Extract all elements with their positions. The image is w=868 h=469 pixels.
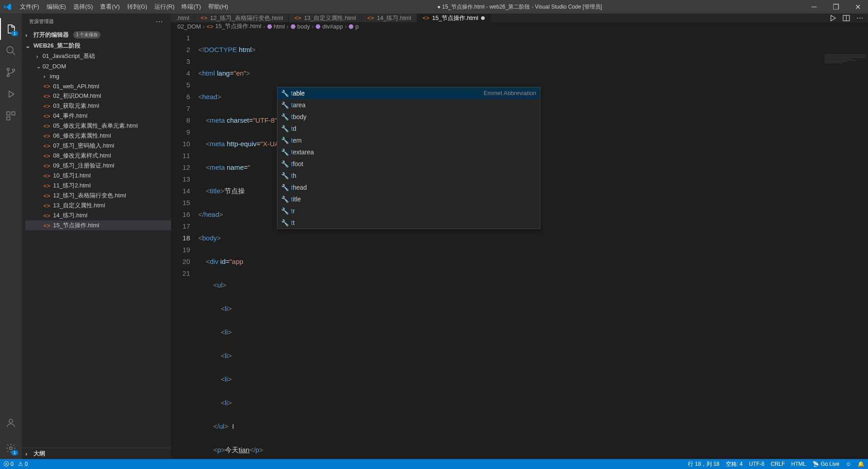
- suggest-item[interactable]: 🔧tfoot: [277, 158, 540, 170]
- file-item[interactable]: <>02_初识DOM.html: [25, 91, 171, 101]
- run-icon[interactable]: [829, 14, 836, 22]
- tab-label: .html: [176, 14, 189, 21]
- file-label: 11_练习2.html: [53, 182, 91, 190]
- html-file-icon: <>: [43, 143, 50, 149]
- editor-tab[interactable]: <>15_节点操作.html: [417, 14, 491, 22]
- breadcrumb-item[interactable]: html: [274, 23, 285, 30]
- file-item[interactable]: <>14_练习.html: [25, 211, 171, 220]
- line-number: 9: [171, 126, 190, 138]
- close-icon[interactable]: ✕: [851, 3, 864, 11]
- debug-icon: [5, 89, 16, 100]
- breadcrumb-item[interactable]: body: [297, 23, 310, 30]
- activity-explorer[interactable]: 1: [0, 18, 22, 40]
- folder-item[interactable]: ⌄02_DOM: [25, 61, 171, 71]
- symbol-icon: ⬣: [348, 23, 353, 30]
- editor-tab[interactable]: <>12_练习_表格隔行变色.html: [195, 14, 289, 22]
- activity-account[interactable]: [0, 412, 22, 434]
- suggest-item[interactable]: 🔧tableEmmet Abbreviation: [277, 87, 540, 99]
- suggest-item[interactable]: 🔧tbody: [277, 111, 540, 123]
- status-errors[interactable]: ⓧ 0: [4, 460, 14, 468]
- suggest-item[interactable]: 🔧th: [277, 170, 540, 182]
- chevron-right-icon: ›: [36, 53, 43, 60]
- suggest-label: tarea: [291, 99, 536, 111]
- suggest-item[interactable]: 🔧tarea: [277, 99, 540, 111]
- file-item[interactable]: <>08_修改元素样式.html: [25, 151, 171, 161]
- modified-dot-icon: [481, 16, 485, 20]
- html-file-icon: <>: [43, 182, 50, 189]
- breadcrumb-item[interactable]: 15_节点操作.html: [215, 22, 262, 30]
- folder-label: img: [50, 73, 59, 80]
- status-warnings[interactable]: ⚠ 0: [18, 461, 28, 467]
- open-editors-label: 打开的编辑器: [33, 31, 69, 39]
- suggest-item[interactable]: 🔧tt: [277, 217, 540, 229]
- activity-scm[interactable]: [0, 62, 22, 83]
- activity-search[interactable]: [0, 40, 22, 62]
- maximize-icon[interactable]: ❐: [829, 3, 843, 11]
- code-editor[interactable]: 123456789101112131415161718192021 <!DOCT…: [171, 30, 868, 469]
- breadcrumb-item[interactable]: 02_DOM: [177, 23, 201, 30]
- suggest-item[interactable]: 🔧tr: [277, 205, 540, 217]
- workspace-section[interactable]: ⌄ WEB26_第二阶段: [22, 40, 171, 51]
- suggest-item[interactable]: 🔧tem: [277, 134, 540, 146]
- breadcrumb-item[interactable]: p: [355, 23, 358, 30]
- suggest-item[interactable]: 🔧textarea: [277, 146, 540, 158]
- file-item[interactable]: <>12_练习_表格隔行变色.html: [25, 191, 171, 201]
- file-item[interactable]: <>01_web_API.html: [25, 81, 171, 91]
- minimap[interactable]: [823, 30, 868, 121]
- unsaved-badge: 1 个未保存: [73, 31, 100, 38]
- file-item[interactable]: <>09_练习_注册验证.html: [25, 161, 171, 171]
- menu-view[interactable]: 查看(V): [96, 1, 123, 13]
- file-item[interactable]: <>03_获取元素.html: [25, 101, 171, 111]
- suggest-item[interactable]: 🔧td: [277, 123, 540, 134]
- file-item[interactable]: <>06_修改元素属性.html: [25, 131, 171, 141]
- editor-tab[interactable]: <>13_自定义属性.html: [289, 14, 362, 22]
- suggest-item[interactable]: 🔧thead: [277, 182, 540, 193]
- minimize-icon[interactable]: ─: [807, 3, 821, 11]
- activity-extensions[interactable]: [0, 105, 22, 127]
- file-item[interactable]: <>11_练习2.html: [25, 181, 171, 191]
- line-number: 7: [171, 103, 190, 115]
- menu-go[interactable]: 转到(G): [124, 1, 151, 13]
- html-file-icon: <>: [43, 103, 50, 110]
- menu-help[interactable]: 帮助(H): [205, 1, 232, 13]
- menu-file[interactable]: 文件(F): [16, 1, 43, 13]
- menu-selection[interactable]: 选择(S): [70, 1, 96, 13]
- split-icon[interactable]: [843, 14, 850, 22]
- chevron-down-icon: ⌄: [25, 43, 32, 49]
- breadcrumb[interactable]: 02_DOM› <>15_节点操作.html› ⬣html› ⬣body› ⬣d…: [171, 22, 868, 30]
- more-icon[interactable]: ⋯: [156, 17, 164, 26]
- more-icon[interactable]: ⋯: [856, 14, 863, 22]
- editor-tab[interactable]: <>14_练习.html: [362, 14, 417, 22]
- activity-debug[interactable]: [0, 83, 22, 105]
- outline-section[interactable]: › 大纲: [22, 448, 171, 459]
- file-item[interactable]: <>10_练习1.html: [25, 171, 171, 181]
- code-content[interactable]: <!DOCTYPE html> <html lang="en"> <head> …: [198, 30, 868, 469]
- editor-tab[interactable]: .html: [171, 14, 195, 22]
- editor-area: .html<>12_练习_表格隔行变色.html<>13_自定义属性.html<…: [171, 14, 868, 459]
- line-number: 11: [171, 150, 190, 162]
- menu-edit[interactable]: 编辑(E): [43, 1, 70, 13]
- suggest-widget[interactable]: 🔧tableEmmet Abbreviation🔧tarea🔧tbody🔧td🔧…: [277, 87, 540, 229]
- wrench-icon: 🔧: [281, 87, 287, 99]
- folder-item[interactable]: ›01_JavaScript_基础: [25, 51, 171, 61]
- file-item[interactable]: <>13_自定义属性.html: [25, 201, 171, 211]
- file-item[interactable]: <>15_节点操作.html: [25, 220, 171, 230]
- file-item[interactable]: <>05_修改元素属性_表单元素.html: [25, 121, 171, 131]
- open-editors-section[interactable]: › 打开的编辑器 1 个未保存: [22, 29, 171, 40]
- explorer-title: 资源管理器: [29, 18, 54, 25]
- file-item[interactable]: <>04_事件.html: [25, 111, 171, 121]
- line-number: 8: [171, 115, 190, 126]
- activity-bar: 1 1: [0, 14, 22, 459]
- line-number: 19: [171, 244, 190, 256]
- code-typed: tian: [238, 446, 249, 454]
- html-file-icon: <>: [423, 14, 429, 21]
- html-file-icon: <>: [43, 222, 50, 229]
- menu-terminal[interactable]: 终端(T): [178, 1, 205, 13]
- menu-bar: 文件(F) 编辑(E) 选择(S) 查看(V) 转到(G) 运行(R) 终端(T…: [16, 1, 232, 13]
- folder-item[interactable]: ›img: [25, 71, 171, 81]
- file-item[interactable]: <>07_练习_密码输入.html: [25, 141, 171, 151]
- breadcrumb-item[interactable]: div#app: [322, 23, 343, 30]
- suggest-item[interactable]: 🔧title: [277, 193, 540, 205]
- menu-run[interactable]: 运行(R): [151, 1, 178, 13]
- activity-settings[interactable]: 1: [0, 437, 22, 459]
